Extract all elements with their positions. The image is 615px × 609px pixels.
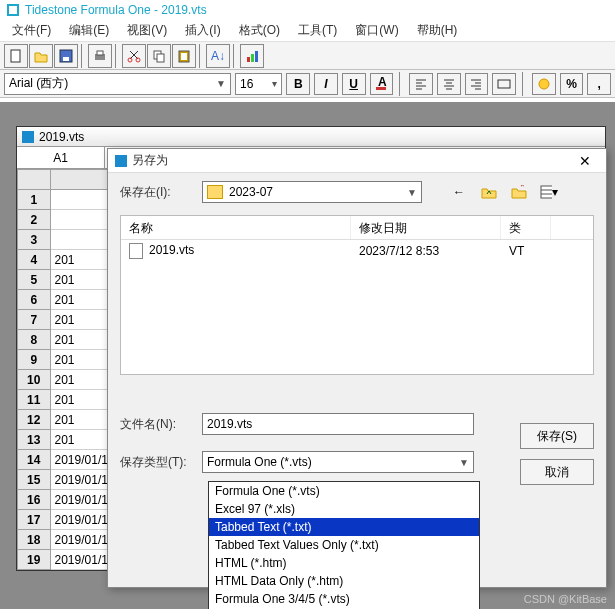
svg-rect-18	[498, 80, 510, 88]
up-folder-icon[interactable]	[480, 183, 498, 201]
sheet-titlebar: 2019.vts	[17, 127, 605, 147]
view-icon[interactable]: ▾	[540, 183, 558, 201]
svg-rect-10	[157, 54, 164, 62]
dialog-icon	[114, 154, 128, 168]
svg-point-19	[539, 79, 549, 89]
file-row[interactable]: 2019.vts 2023/7/12 8:53 VT	[121, 240, 593, 262]
filename-label: 文件名(N):	[120, 416, 192, 433]
svg-text:*: *	[520, 185, 525, 194]
file-date: 2023/7/12 8:53	[351, 242, 501, 260]
menu-help[interactable]: 帮助(H)	[409, 20, 466, 41]
col-type[interactable]: 类	[501, 216, 551, 239]
filetype-value: Formula One (*.vts)	[207, 455, 312, 469]
chevron-down-icon: ▼	[459, 457, 469, 468]
file-type: VT	[501, 242, 551, 260]
filetype-option[interactable]: HTML Data Only (*.htm)	[209, 572, 479, 590]
font-select[interactable]: Arial (西方) ▼	[4, 73, 231, 95]
chevron-down-icon: ▾	[272, 78, 277, 89]
filetype-option[interactable]: Tabbed Text (*.txt)	[209, 518, 479, 536]
svg-rect-21	[115, 155, 127, 167]
file-list-header: 名称 修改日期 类	[121, 216, 593, 240]
svg-text:A: A	[378, 77, 387, 89]
filetype-option[interactable]: HTML (*.htm)	[209, 554, 479, 572]
menu-format[interactable]: 格式(O)	[231, 20, 288, 41]
svg-rect-12	[181, 53, 187, 60]
color-button[interactable]: A	[370, 73, 394, 95]
menu-view[interactable]: 视图(V)	[119, 20, 175, 41]
svg-rect-6	[97, 51, 103, 55]
filetype-select[interactable]: Formula One (*.vts) ▼	[202, 451, 474, 473]
underline-button[interactable]: U	[342, 73, 366, 95]
paste-button[interactable]	[172, 44, 196, 68]
chevron-down-icon: ▼	[407, 187, 417, 198]
formatbar: Arial (西方) ▼ 16 ▾ B I U A % ,	[0, 70, 615, 98]
currency-button[interactable]	[532, 73, 556, 95]
copy-button[interactable]	[147, 44, 171, 68]
folder-name: 2023-07	[229, 185, 407, 199]
align-right-button[interactable]	[465, 73, 489, 95]
save-button[interactable]: 保存(S)	[520, 423, 594, 449]
toolbar: A↓	[0, 42, 615, 70]
svg-rect-4	[63, 57, 69, 61]
filetype-label: 保存类型(T):	[120, 454, 192, 471]
chart-button[interactable]	[240, 44, 264, 68]
back-icon[interactable]: ←	[450, 183, 468, 201]
watermark: CSDN @KitBase	[524, 593, 607, 605]
folder-icon	[207, 185, 223, 199]
print-button[interactable]	[88, 44, 112, 68]
cut-button[interactable]	[122, 44, 146, 68]
percent-button[interactable]: %	[560, 73, 584, 95]
new-button[interactable]	[4, 44, 28, 68]
filename-input[interactable]: 2019.vts	[202, 413, 474, 435]
size-select[interactable]: 16 ▾	[235, 73, 282, 95]
filetype-option[interactable]: Formula One (*.vts)	[209, 482, 479, 500]
svg-rect-20	[22, 131, 34, 143]
menu-edit[interactable]: 编辑(E)	[61, 20, 117, 41]
svg-rect-23	[541, 186, 552, 198]
svg-rect-14	[251, 54, 254, 62]
col-date[interactable]: 修改日期	[351, 216, 501, 239]
file-list[interactable]: 名称 修改日期 类 2019.vts 2023/7/12 8:53 VT	[120, 215, 594, 375]
svg-rect-15	[255, 51, 258, 62]
app-title: Tidestone Formula One - 2019.vts	[25, 3, 207, 17]
menu-window[interactable]: 窗口(W)	[347, 20, 406, 41]
open-button[interactable]	[29, 44, 53, 68]
save-as-dialog: 另存为 ✕ 保存在(I): 2023-07 ▼ ← * ▾ 名称 修改日期 类 …	[107, 148, 607, 588]
document-icon	[129, 243, 143, 259]
filetype-dropdown[interactable]: Formula One (*.vts)Excel 97 (*.xls)Tabbe…	[208, 481, 480, 609]
comma-button[interactable]: ,	[587, 73, 611, 95]
svg-rect-2	[11, 50, 20, 62]
app-icon	[6, 3, 20, 17]
sheet-icon	[21, 130, 35, 144]
filetype-option[interactable]: Formula One 3/4/5 (*.vts)	[209, 590, 479, 608]
sort-button[interactable]: A↓	[206, 44, 230, 68]
chevron-down-icon: ▼	[216, 78, 226, 89]
cancel-button[interactable]: 取消	[520, 459, 594, 485]
align-center-button[interactable]	[437, 73, 461, 95]
dialog-title: 另存为	[132, 152, 570, 169]
folder-select[interactable]: 2023-07 ▼	[202, 181, 422, 203]
bold-button[interactable]: B	[286, 73, 310, 95]
cell-reference[interactable]: A1	[17, 147, 105, 168]
save-button[interactable]	[54, 44, 78, 68]
filetype-option[interactable]: Tabbed Text Values Only (*.txt)	[209, 536, 479, 554]
align-left-button[interactable]	[409, 73, 433, 95]
save-in-label: 保存在(I):	[120, 184, 192, 201]
menu-file[interactable]: 文件(F)	[4, 20, 59, 41]
font-size: 16	[240, 77, 253, 91]
close-button[interactable]: ✕	[570, 151, 600, 171]
filetype-option[interactable]: Excel 97 (*.xls)	[209, 500, 479, 518]
menu-tools[interactable]: 工具(T)	[290, 20, 345, 41]
merge-button[interactable]	[492, 73, 516, 95]
new-folder-icon[interactable]: *	[510, 183, 528, 201]
svg-rect-13	[247, 57, 250, 62]
sheet-title: 2019.vts	[39, 130, 84, 144]
file-name: 2019.vts	[149, 243, 194, 257]
app-titlebar: Tidestone Formula One - 2019.vts	[0, 0, 615, 20]
menu-insert[interactable]: 插入(I)	[177, 20, 228, 41]
italic-button[interactable]: I	[314, 73, 338, 95]
font-name: Arial (西方)	[9, 75, 68, 92]
dialog-titlebar: 另存为 ✕	[108, 149, 606, 173]
col-name[interactable]: 名称	[121, 216, 351, 239]
svg-rect-1	[9, 6, 17, 14]
